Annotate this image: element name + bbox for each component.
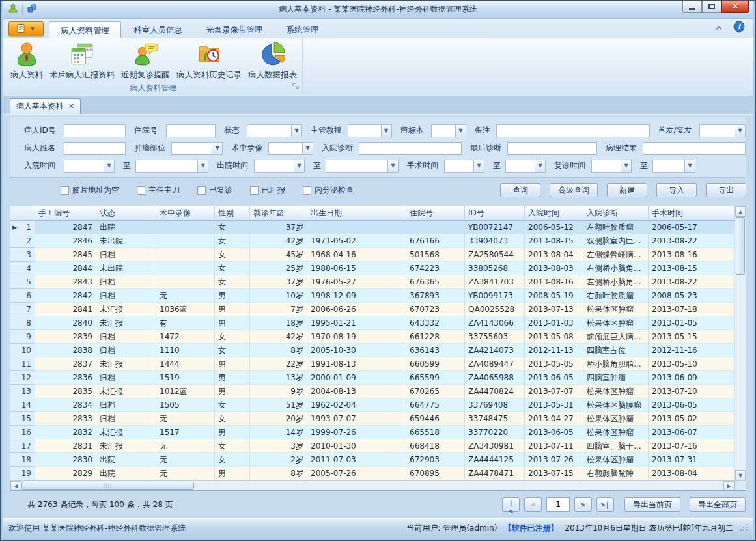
table-row[interactable]: 42844未出院女25岁1988-06-15674223338052682013… xyxy=(10,262,735,275)
filter-combo-术中录像[interactable]: ▼ xyxy=(268,142,313,155)
checkbox-icon[interactable] xyxy=(250,186,259,195)
filter-combo-入院时间[interactable]: ▼ xyxy=(64,160,115,173)
table-row[interactable]: 82840未汇报有男18岁1995-01-21643332ZA414306620… xyxy=(10,316,735,330)
resize-grip[interactable] xyxy=(740,523,748,533)
table-row[interactable]: 22846未出院女42岁1971-05-02676166339040732013… xyxy=(10,234,735,248)
chevron-down-icon[interactable]: ▼ xyxy=(302,143,313,154)
filter-combo-主管教授[interactable]: ▼ xyxy=(348,124,392,137)
first-page-button[interactable]: |< xyxy=(502,497,520,512)
grid-column-header[interactable]: 术中录像 xyxy=(156,206,215,220)
table-row[interactable]: 172831未汇报无女3岁2010-01-30668418ZA343098120… xyxy=(10,439,735,453)
chevron-down-icon[interactable]: ▼ xyxy=(291,125,301,137)
history-record-button[interactable]: 病人资料历史记录 xyxy=(173,39,245,81)
chevron-down-icon[interactable]: ▼ xyxy=(735,125,745,137)
checkbox-film-address-empty[interactable]: 胶片地址为空 xyxy=(61,185,119,196)
chevron-down-icon[interactable]: ▼ xyxy=(455,125,466,137)
document-tab-patient-basic-data[interactable]: 病人基本资料 ✕ xyxy=(10,98,81,114)
chevron-down-icon[interactable]: ▼ xyxy=(212,143,222,154)
table-row[interactable]: 102838归档1110女8岁2005-10-30636143ZA4214073… xyxy=(10,344,735,357)
data-report-button[interactable]: 病人数据报表 xyxy=(245,39,300,81)
table-row[interactable]: 72841未汇报1036蓝男7岁2006-06-26670723QA002552… xyxy=(10,303,735,316)
minimize-button[interactable] xyxy=(682,1,702,13)
export-current-page-button[interactable]: 导出当前页 xyxy=(624,497,680,512)
filter-input-住院号[interactable] xyxy=(166,124,216,137)
vertical-scrollbar-thumb[interactable] xyxy=(736,217,745,275)
table-row[interactable]: 152833归档无女20岁1993-07-0765944633748475201… xyxy=(10,412,735,426)
advanced-query-button[interactable]: 高级查询 xyxy=(550,183,598,197)
filter-combo-至[interactable]: ▼ xyxy=(326,160,399,173)
table-row[interactable]: 62842归档无男10岁1998-12-09367893YB0099173200… xyxy=(10,289,735,303)
cascade-windows-icon[interactable] xyxy=(27,3,37,16)
scroll-right-icon[interactable]: ▶ xyxy=(723,481,735,490)
scroll-down-icon[interactable]: ▼ xyxy=(735,470,746,480)
grid-column-header[interactable]: 出生日期 xyxy=(307,206,406,220)
table-row[interactable]: 32845归档女45岁1968-04-16501568ZA25805442013… xyxy=(10,248,735,262)
scroll-left-icon[interactable]: ◀ xyxy=(10,481,21,490)
previous-page-button[interactable]: < xyxy=(524,497,542,512)
horizontal-scrollbar-thumb[interactable]: |||| xyxy=(21,482,194,490)
chevron-down-icon[interactable]: ▼ xyxy=(684,160,695,172)
grid-column-header[interactable]: 状态 xyxy=(96,206,156,220)
horizontal-scrollbar[interactable]: ◀ |||| ▶ xyxy=(10,480,735,490)
chevron-down-icon[interactable]: ▼ xyxy=(104,160,114,172)
checkbox-chief-surgeon[interactable]: 主任主刀 xyxy=(137,185,180,196)
filter-combo-出院时间[interactable]: ▼ xyxy=(254,160,305,173)
export-all-pages-button[interactable]: 导出全部页 xyxy=(690,497,746,512)
filter-combo-至[interactable]: ▼ xyxy=(652,160,695,173)
filter-combo-肿瘤部位[interactable]: ▼ xyxy=(171,142,223,155)
tab-disc-video-management[interactable]: 光盘录像带管理 xyxy=(195,21,274,38)
checkbox-reported[interactable]: 已汇报 xyxy=(250,185,285,196)
filter-input-病人姓名[interactable] xyxy=(64,142,126,155)
chevron-down-icon[interactable]: ▼ xyxy=(381,125,391,137)
checkbox-endocrine-exam[interactable]: 内分泌检查 xyxy=(303,185,354,196)
next-page-button[interactable]: > xyxy=(574,497,592,512)
table-row[interactable]: 92839归档1472女42岁1970-08-19661228337556032… xyxy=(10,330,735,344)
table-row[interactable]: 52843归档女37岁1976-05-27676365ZA38417032013… xyxy=(10,275,735,289)
grid-column-header[interactable]: 入院诊断 xyxy=(583,206,649,220)
checkbox-icon[interactable] xyxy=(303,186,311,195)
postop-report-button[interactable]: 术后病人汇报资料 xyxy=(46,39,118,81)
filter-input-备注[interactable] xyxy=(496,124,650,137)
table-row[interactable]: 142834归档1505女51岁1962-02-0466477533769408… xyxy=(10,398,735,412)
collapse-ribbon-icon[interactable] xyxy=(715,23,723,33)
table-row[interactable]: 192829出院无男8岁2005-07-26670895ZA4478471201… xyxy=(10,467,735,480)
filter-combo-至[interactable]: ▼ xyxy=(135,160,208,173)
checkbox-revisited[interactable]: 已复诊 xyxy=(197,185,232,196)
table-row[interactable]: 132835未汇报1012蓝男9岁2004-08-13670265ZA44708… xyxy=(10,385,735,398)
close-tab-icon[interactable]: ✕ xyxy=(68,102,74,111)
info-icon[interactable]: i xyxy=(733,21,745,35)
page-number-input[interactable] xyxy=(546,497,570,512)
import-button[interactable]: 导入 xyxy=(656,183,697,197)
last-page-button[interactable]: >| xyxy=(596,497,614,512)
chevron-down-icon[interactable]: ▼ xyxy=(387,160,398,172)
new-button[interactable]: 新建 xyxy=(607,183,647,197)
filter-combo-状态[interactable]: ▼ xyxy=(247,124,302,137)
table-row[interactable]: 112837未汇报1444男22岁1991-08-13660599ZA40894… xyxy=(10,357,735,371)
filter-combo-首发/复发[interactable]: ▼ xyxy=(699,124,746,137)
checkbox-icon[interactable] xyxy=(137,186,145,195)
grid-column-header[interactable]: 手术时间 xyxy=(649,206,735,220)
checkbox-icon[interactable] xyxy=(197,186,206,195)
chevron-down-icon[interactable]: ▼ xyxy=(535,160,545,172)
tab-system-management[interactable]: 系统管理 xyxy=(275,21,330,38)
scroll-up-icon[interactable]: ▲ xyxy=(735,206,746,217)
grid-column-header[interactable]: 性别 xyxy=(215,206,250,220)
application-menu-button[interactable]: ▼ xyxy=(8,21,44,36)
query-button[interactable]: 查询 xyxy=(500,183,540,197)
patient-data-button[interactable]: 病人资料 xyxy=(7,39,46,81)
grid-column-header[interactable]: 住院号 xyxy=(406,206,465,220)
filter-input-入院诊断[interactable] xyxy=(359,142,462,155)
table-row[interactable]: 182830出院无女2岁2011-07-03672903ZA4444125201… xyxy=(10,453,735,467)
filter-input-最后诊断[interactable] xyxy=(507,142,597,155)
filter-input-病人ID号[interactable] xyxy=(64,124,126,137)
filter-combo-留标本[interactable]: ▼ xyxy=(431,124,466,137)
grid-column-header[interactable]: 就诊年龄 xyxy=(250,206,307,220)
chevron-down-icon[interactable]: ▼ xyxy=(294,160,304,172)
chevron-down-icon[interactable]: ▼ xyxy=(621,160,631,172)
filter-combo-复诊时间[interactable]: ▼ xyxy=(591,160,632,173)
table-row[interactable]: ▶12847出院女37岁YB00721472006-05-12左额叶胶质瘤200… xyxy=(10,221,735,234)
software-registered-link[interactable]: 【软件已注册】 xyxy=(503,523,558,534)
tab-patient-data-management[interactable]: 病人资料管理 xyxy=(49,21,121,38)
filter-combo-手术时间[interactable]: ▼ xyxy=(444,160,484,173)
grid-column-header[interactable]: 手工编号 xyxy=(35,206,96,220)
